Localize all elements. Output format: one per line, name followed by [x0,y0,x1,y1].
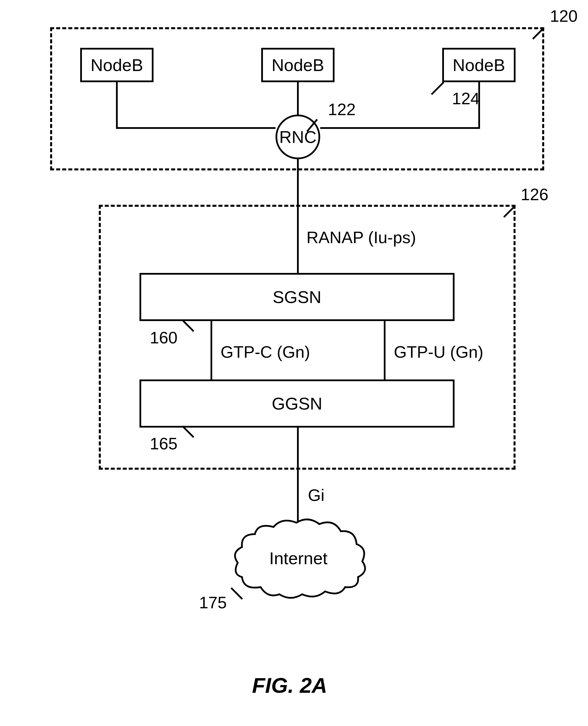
nodeb-1-label: NodeB [90,55,143,75]
line-nb1-v [116,82,118,128]
line-nb3-v [478,82,480,128]
line-bus-right [320,127,480,129]
line-bus-left [116,127,275,129]
ref-122: 122 [328,100,356,119]
rnc-label: RNC [279,127,316,147]
nodeb-3: NodeB [442,48,516,82]
ref-120: 120 [550,6,578,25]
sgsn-label: SGSN [273,287,321,307]
line-nb2-v [297,82,299,114]
gtpu-label: GTP-U (Gn) [394,342,483,361]
internet-label: Internet [269,549,328,568]
nodeb-2: NodeB [261,48,335,82]
ref-126: 126 [521,185,548,204]
ref-160: 160 [150,328,177,347]
ref-165: 165 [150,434,177,453]
ranap-label: RANAP (Iu-ps) [307,228,416,247]
rnc-node: RNC [275,114,320,159]
line-gtpu [384,321,385,380]
ref-175: 175 [199,593,227,612]
nodeb-3-label: NodeB [453,55,505,75]
diagram-canvas: 120 NodeB NodeB NodeB 124 RNC 122 126 RA… [0,0,588,726]
gtpc-label: GTP-C (Gn) [220,342,310,361]
nodeb-2-label: NodeB [272,55,324,75]
ggsn-label: GGSN [272,394,322,413]
sgsn-node: SGSN [140,273,455,321]
line-gi [297,428,299,522]
gi-label: Gi [308,486,324,505]
line-gtpc [211,321,212,380]
ggsn-node: GGSN [140,380,455,428]
nodeb-1: NodeB [80,48,153,82]
figure-caption: FIG. 2A [252,673,328,698]
ref-124: 124 [452,89,480,108]
